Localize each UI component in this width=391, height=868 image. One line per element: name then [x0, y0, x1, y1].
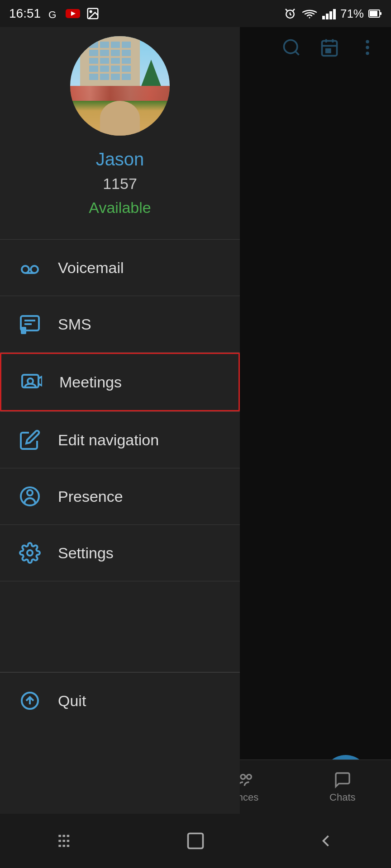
svg-rect-44 [370, 11, 377, 16]
status-icons-right: 71% [283, 7, 382, 21]
svg-point-28 [241, 774, 245, 779]
nav-back-button[interactable] [316, 831, 336, 851]
nav-item-edit-navigation[interactable]: Edit navigation [0, 412, 240, 468]
profile-section: Jason 1157 Available [0, 0, 240, 239]
svg-point-20 [27, 490, 33, 495]
svg-point-21 [27, 550, 33, 556]
nav-menu-button[interactable] [55, 831, 75, 851]
settings-icon [18, 541, 42, 565]
google-icon: G [46, 7, 60, 20]
voicemail-label: Voicemail [58, 259, 124, 277]
status-bar: 16:51 G [0, 0, 391, 27]
presence-label: Presence [58, 488, 123, 505]
presence-icon [18, 485, 42, 508]
svg-point-11 [31, 266, 38, 273]
svg-rect-16 [21, 327, 26, 334]
gallery-icon [86, 7, 100, 20]
settings-label: Settings [58, 544, 114, 562]
wifi-icon [301, 7, 318, 20]
sms-label: SMS [58, 316, 91, 333]
sms-icon [18, 312, 42, 336]
youtube-icon [65, 8, 81, 19]
meetings-icon [19, 370, 43, 394]
chats-label: Chats [329, 792, 355, 803]
avatar[interactable] [70, 36, 170, 136]
quit-icon [18, 689, 42, 712]
svg-rect-39 [326, 14, 329, 19]
nav-item-settings[interactable]: Settings [0, 525, 240, 581]
navigation-drawer: Jason 1157 Available Voicemail [0, 0, 240, 868]
nav-item-voicemail[interactable]: Voicemail [0, 240, 240, 296]
bottom-nav [0, 814, 391, 868]
meetings-label: Meetings [59, 373, 122, 391]
nav-item-presence[interactable]: Presence [0, 468, 240, 524]
svg-rect-41 [333, 9, 336, 19]
edit-navigation-label: Edit navigation [58, 431, 159, 449]
nav-item-sms[interactable]: SMS [0, 296, 240, 352]
tab-chats[interactable]: Chats [329, 771, 355, 803]
svg-rect-43 [380, 12, 381, 15]
nav-item-quit[interactable]: Quit [0, 672, 240, 729]
svg-rect-38 [322, 16, 325, 19]
svg-rect-54 [188, 834, 203, 849]
alarm-icon [283, 7, 297, 20]
signal-icon [322, 8, 336, 19]
voicemail-icon [18, 256, 42, 279]
status-time: 16:51 [9, 6, 41, 21]
svg-point-29 [247, 774, 251, 779]
battery-icon [368, 9, 382, 18]
svg-line-36 [286, 9, 287, 11]
svg-text:G: G [48, 9, 57, 20]
edit-nav-icon [18, 428, 42, 452]
svg-point-10 [22, 266, 29, 273]
svg-point-34 [90, 11, 92, 13]
status-left: 16:51 G [9, 6, 100, 21]
nav-items-list: Voicemail SMS [0, 240, 240, 868]
profile-number: 1157 [103, 175, 137, 193]
profile-status: Available [89, 199, 151, 217]
svg-line-37 [293, 9, 295, 11]
quit-label: Quit [58, 692, 86, 710]
nav-item-meetings[interactable]: Meetings [0, 353, 240, 411]
profile-name: Jason [96, 149, 144, 170]
battery-percent: 71% [340, 7, 364, 21]
svg-rect-40 [329, 11, 332, 19]
nav-home-button[interactable] [186, 831, 205, 851]
